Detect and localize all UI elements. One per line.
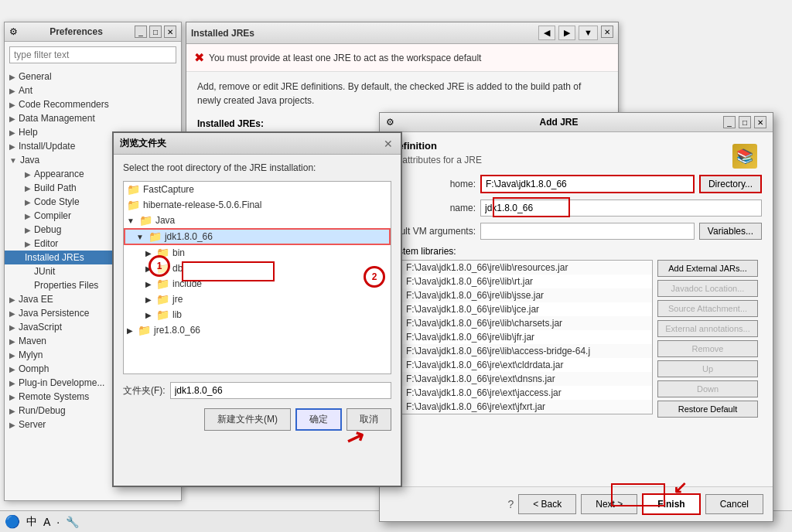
confirm-button[interactable]: 确定 [295, 408, 342, 431]
addjre-close[interactable]: ✕ [754, 116, 766, 128]
args-row: ult VM arguments: Variables... [391, 223, 762, 240]
error-icon: ✖ [194, 50, 204, 65]
jre-dropdown-nav[interactable]: ▼ [579, 26, 598, 40]
ftree-db[interactable]: ▶ 📁 db [124, 261, 391, 276]
ftree-fastcapture[interactable]: 📁 FastCapture [124, 182, 391, 197]
up-button[interactable]: Up [657, 360, 758, 377]
lib-item-7[interactable]: 🗂F:\Java\jdk1.8.0_66\jre\ext\cldrdata.ja… [391, 358, 652, 372]
preferences-titlebar: ⚙ Preferences _ □ ✕ [5, 22, 181, 42]
lib-item-11[interactable]: 🗂F:\Java\jdk1.8.0_66\jre\ext\localedata.… [391, 414, 652, 414]
file-path-input[interactable] [170, 382, 391, 399]
file-label: 文件夹(F): [123, 384, 166, 397]
vm-args-input[interactable] [480, 223, 695, 240]
browse-titlebar: 浏览文件夹 ✕ [114, 133, 401, 155]
browse-instruction: Select the root directory of the JRE ins… [123, 162, 391, 173]
ftree-jre[interactable]: ▶ 📁 jre [124, 292, 391, 307]
source-attachment-button[interactable]: Source Attachment... [657, 300, 758, 317]
ftree-include[interactable]: ▶ 📁 include [124, 276, 391, 292]
folder-icon: 📁 [156, 309, 169, 321]
lib-item-10[interactable]: 🗂F:\Java\jdk1.8.0_66\jre\ext\jfxrt.jar [391, 400, 652, 414]
addjre-maximize[interactable]: □ [739, 116, 751, 128]
addjre-body: 📚 Definition ify attributes for a JRE ho… [380, 132, 773, 425]
lib-item-6[interactable]: 🗂F:\Java\jdk1.8.0_66\jre\lib\access-brid… [391, 344, 652, 358]
variables-button[interactable]: Variables... [699, 223, 762, 240]
jre-home-input[interactable] [480, 175, 695, 193]
sidebar-item-ant[interactable]: ▶Ant [5, 84, 181, 97]
lib-action-buttons: Add External JARs... Javadoc Location...… [657, 260, 762, 418]
folder-icon: 📁 [127, 183, 140, 196]
jre-error-message: You must provide at least one JRE to act… [209, 53, 481, 63]
addjre-minimize[interactable]: _ [723, 116, 736, 128]
folder-icon: 📁 [127, 199, 140, 211]
preferences-icon: ⚙ [9, 26, 18, 37]
preferences-close[interactable]: ✕ [164, 26, 176, 38]
libs-label: ystem libraries: [394, 246, 762, 257]
name-row: name: [391, 200, 762, 217]
taskbar-icon-3: A [43, 516, 50, 528]
add-external-jars-button[interactable]: Add External JARs... [657, 260, 758, 277]
jre-warning-close[interactable]: ✕ [601, 26, 613, 38]
sidebar-item-data-management[interactable]: ▶Data Management [5, 111, 181, 125]
lib-item-4[interactable]: 🗂F:\Java\jdk1.8.0_66\jre\lib\charsets.ja… [391, 316, 652, 330]
restore-default-button[interactable]: Restore Default [657, 401, 758, 418]
folder-icon: 📁 [156, 247, 169, 259]
ftree-bin[interactable]: ▶ 📁 bin [124, 245, 391, 261]
help-icon[interactable]: ? [507, 498, 514, 510]
ftree-jdk[interactable]: ▼ 📁 jdk1.8.0_66 [124, 228, 391, 245]
lib-item-9[interactable]: 🗂F:\Java\jdk1.8.0_66\jre\ext\jaccess.jar [391, 386, 652, 400]
browse-body: Select the root directory of the JRE ins… [114, 155, 401, 438]
external-annotations-button[interactable]: External annotations... [657, 320, 758, 337]
home-label: home: [391, 179, 476, 189]
lib-item-1[interactable]: 🗂F:\Java\jdk1.8.0_66\jre\lib\rt.jar [391, 275, 652, 288]
cancel-browse-button[interactable]: 取消 [346, 408, 391, 431]
folder-icon: 📁 [156, 293, 169, 305]
lib-item-8[interactable]: 🗂F:\Java\jdk1.8.0_66\jre\ext\dnsns.jar [391, 372, 652, 386]
folder-icon: 📁 [138, 324, 151, 336]
system-libraries-list[interactable]: 🗂F:\Java\jdk1.8.0_66\jre\lib\resources.j… [391, 260, 653, 414]
lib-item-0[interactable]: 🗂F:\Java\jdk1.8.0_66\jre\lib\resources.j… [391, 261, 652, 275]
jre-name-input[interactable] [480, 200, 762, 217]
next-button[interactable]: Next > [581, 494, 637, 514]
jre-back-nav[interactable]: ◀ [538, 26, 555, 40]
folder-icon: 📁 [156, 278, 169, 290]
ftree-lib[interactable]: ▶ 📁 lib [124, 307, 391, 322]
jre-forward-nav[interactable]: ▶ [558, 26, 575, 40]
cancel-addjre-button[interactable]: Cancel [705, 494, 763, 514]
lib-item-2[interactable]: 🗂F:\Java\jdk1.8.0_66\jre\lib\jsse.jar [391, 288, 652, 302]
libs-section: 🗂F:\Java\jdk1.8.0_66\jre\lib\resources.j… [391, 260, 762, 418]
remove-button[interactable]: Remove [657, 340, 758, 357]
args-label: ult VM arguments: [391, 226, 476, 237]
addjre-section: Definition [391, 140, 762, 152]
browse-close-button[interactable]: ✕ [382, 138, 394, 150]
browse-folder-dialog: 浏览文件夹 ✕ Select the root directory of the… [112, 131, 402, 487]
lib-item-3[interactable]: 🗂F:\Java\jdk1.8.0_66\jre\lib\jce.jar [391, 302, 652, 316]
finish-button[interactable]: Finish [642, 493, 700, 515]
ftree-jre1[interactable]: ▶ 📁 jre1.8.0_66 [124, 322, 391, 338]
addjre-footer: ? < Back Next > Finish Cancel [380, 486, 773, 521]
preferences-maximize[interactable]: □ [149, 26, 162, 38]
browse-buttons: 新建文件夹(M) 确定 取消 [123, 408, 391, 431]
preferences-window-controls: _ □ ✕ [135, 26, 176, 38]
folder-icon: 📁 [156, 262, 169, 275]
folder-icon-jdk: 📁 [148, 230, 162, 243]
jre-warning-titlebar: Installed JREs ◀ ▶ ▼ ✕ [186, 22, 618, 44]
ftree-hibernate[interactable]: 📁 hibernate-release-5.0.6.Final [124, 197, 391, 213]
directory-button[interactable]: Directory... [699, 175, 762, 193]
preferences-minimize[interactable]: _ [135, 26, 147, 38]
down-button[interactable]: Down [657, 380, 758, 397]
jre-error-banner: ✖ You must provide at least one JRE to a… [186, 44, 618, 72]
jre-warning-title: Installed JREs [191, 28, 254, 39]
new-folder-button[interactable]: 新建文件夹(M) [204, 408, 291, 431]
browse-title: 浏览文件夹 [120, 137, 166, 150]
lib-item-5[interactable]: 🗂F:\Java\jdk1.8.0_66\jre\lib\jfr.jar [391, 330, 652, 344]
ftree-java[interactable]: ▼ 📁 Java [124, 213, 391, 228]
jre-book-icon: 📚 [732, 144, 757, 169]
jre-body-text: Add, remove or edit JRE definitions. By … [197, 81, 581, 106]
javadoc-location-button[interactable]: Javadoc Location... [657, 280, 758, 297]
filter-input[interactable] [9, 46, 176, 63]
sidebar-item-code-recommenders[interactable]: ▶Code Recommenders [5, 97, 181, 111]
back-button[interactable]: < Back [518, 494, 576, 514]
home-row: home: Directory... [391, 175, 762, 193]
browse-tree-container[interactable]: 📁 FastCapture 📁 hibernate-release-5.0.6.… [123, 181, 391, 374]
sidebar-item-general[interactable]: ▶General [5, 70, 181, 84]
